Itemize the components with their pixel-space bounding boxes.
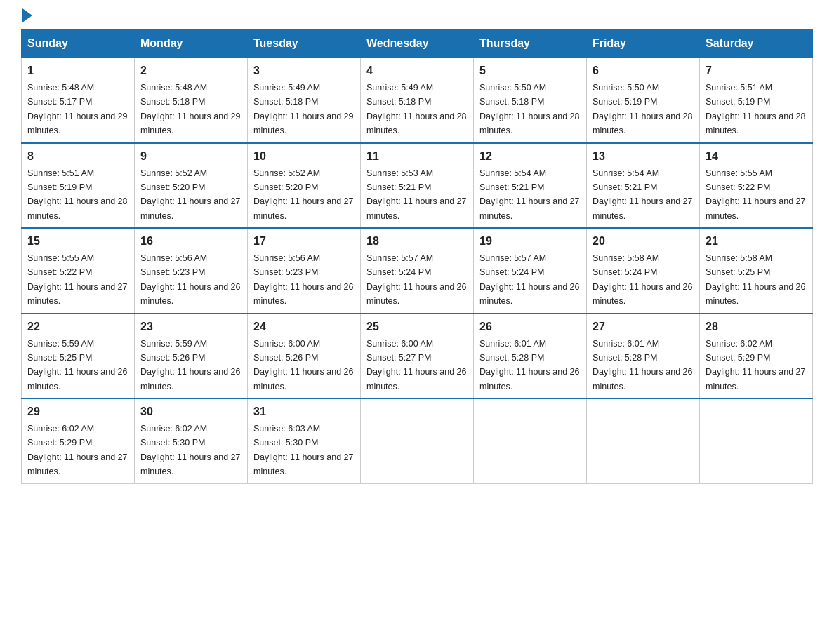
day-info: Sunrise: 6:01 AMSunset: 5:28 PMDaylight:… [479,339,579,391]
day-number: 17 [253,233,355,250]
day-number: 23 [140,318,241,335]
day-number: 18 [366,233,468,250]
header-monday: Monday [135,30,248,58]
day-number: 21 [706,233,807,250]
header-tuesday: Tuesday [248,30,361,58]
calendar-cell: 17 Sunrise: 5:56 AMSunset: 5:23 PMDaylig… [248,228,361,314]
day-info: Sunrise: 5:58 AMSunset: 5:25 PMDaylight:… [706,253,805,306]
logo [21,14,32,20]
day-number: 29 [27,403,128,420]
day-number: 6 [593,62,694,79]
calendar-cell [700,398,813,483]
day-info: Sunrise: 6:03 AMSunset: 5:30 PMDaylight:… [253,424,353,476]
day-number: 5 [479,62,581,79]
page-header [21,14,813,20]
week-row-1: 1 Sunrise: 5:48 AMSunset: 5:17 PMDayligh… [22,58,813,143]
calendar-cell: 6 Sunrise: 5:50 AMSunset: 5:19 PMDayligh… [587,58,700,143]
calendar-cell: 3 Sunrise: 5:49 AMSunset: 5:18 PMDayligh… [248,58,361,143]
calendar-table: SundayMondayTuesdayWednesdayThursdayFrid… [21,29,813,484]
day-number: 7 [706,62,807,79]
calendar-cell: 7 Sunrise: 5:51 AMSunset: 5:19 PMDayligh… [700,58,813,143]
day-number: 4 [366,62,468,79]
day-info: Sunrise: 5:50 AMSunset: 5:18 PMDaylight:… [479,83,579,135]
day-number: 20 [593,233,694,250]
calendar-cell: 8 Sunrise: 5:51 AMSunset: 5:19 PMDayligh… [22,143,135,229]
day-number: 1 [27,62,128,79]
header-saturday: Saturday [700,30,813,58]
day-info: Sunrise: 5:58 AMSunset: 5:24 PMDaylight:… [593,253,692,306]
day-info: Sunrise: 6:02 AMSunset: 5:29 PMDaylight:… [706,339,805,391]
day-info: Sunrise: 5:56 AMSunset: 5:23 PMDaylight:… [253,253,353,306]
day-number: 30 [140,403,241,420]
day-number: 12 [479,148,581,165]
week-row-3: 15 Sunrise: 5:55 AMSunset: 5:22 PMDaylig… [22,228,813,314]
calendar-cell: 29 Sunrise: 6:02 AMSunset: 5:29 PMDaylig… [22,398,135,483]
day-info: Sunrise: 5:48 AMSunset: 5:18 PMDaylight:… [140,83,240,135]
day-info: Sunrise: 6:00 AMSunset: 5:26 PMDaylight:… [253,339,353,391]
calendar-cell: 20 Sunrise: 5:58 AMSunset: 5:24 PMDaylig… [587,228,700,314]
day-number: 3 [253,62,355,79]
day-info: Sunrise: 5:52 AMSunset: 5:20 PMDaylight:… [140,168,240,221]
day-info: Sunrise: 6:02 AMSunset: 5:29 PMDaylight:… [27,424,127,476]
day-info: Sunrise: 5:55 AMSunset: 5:22 PMDaylight:… [706,168,805,221]
day-info: Sunrise: 5:49 AMSunset: 5:18 PMDaylight:… [366,83,466,135]
day-number: 16 [140,233,241,250]
calendar-cell: 12 Sunrise: 5:54 AMSunset: 5:21 PMDaylig… [474,143,587,229]
calendar-cell: 27 Sunrise: 6:01 AMSunset: 5:28 PMDaylig… [587,314,700,399]
day-number: 8 [27,148,128,165]
calendar-cell [361,398,474,483]
calendar-cell: 11 Sunrise: 5:53 AMSunset: 5:21 PMDaylig… [361,143,474,229]
day-number: 24 [253,318,355,335]
calendar-cell: 15 Sunrise: 5:55 AMSunset: 5:22 PMDaylig… [22,228,135,314]
day-info: Sunrise: 5:54 AMSunset: 5:21 PMDaylight:… [479,168,579,221]
calendar-cell: 19 Sunrise: 5:57 AMSunset: 5:24 PMDaylig… [474,228,587,314]
week-row-5: 29 Sunrise: 6:02 AMSunset: 5:29 PMDaylig… [22,398,813,483]
header-row: SundayMondayTuesdayWednesdayThursdayFrid… [22,30,813,58]
day-info: Sunrise: 5:52 AMSunset: 5:20 PMDaylight:… [253,168,353,221]
calendar-cell: 2 Sunrise: 5:48 AMSunset: 5:18 PMDayligh… [135,58,248,143]
day-info: Sunrise: 6:01 AMSunset: 5:28 PMDaylight:… [593,339,692,391]
calendar-cell: 9 Sunrise: 5:52 AMSunset: 5:20 PMDayligh… [135,143,248,229]
calendar-cell: 5 Sunrise: 5:50 AMSunset: 5:18 PMDayligh… [474,58,587,143]
day-info: Sunrise: 5:50 AMSunset: 5:19 PMDaylight:… [593,83,692,135]
week-row-2: 8 Sunrise: 5:51 AMSunset: 5:19 PMDayligh… [22,143,813,229]
calendar-cell: 13 Sunrise: 5:54 AMSunset: 5:21 PMDaylig… [587,143,700,229]
day-number: 9 [140,148,241,165]
day-number: 25 [366,318,468,335]
calendar-cell: 18 Sunrise: 5:57 AMSunset: 5:24 PMDaylig… [361,228,474,314]
day-number: 26 [479,318,581,335]
calendar-cell: 10 Sunrise: 5:52 AMSunset: 5:20 PMDaylig… [248,143,361,229]
day-number: 11 [366,148,468,165]
calendar-cell [587,398,700,483]
day-number: 22 [27,318,128,335]
day-info: Sunrise: 5:57 AMSunset: 5:24 PMDaylight:… [479,253,579,306]
day-info: Sunrise: 5:49 AMSunset: 5:18 PMDaylight:… [253,83,353,135]
day-info: Sunrise: 5:51 AMSunset: 5:19 PMDaylight:… [27,168,127,221]
day-info: Sunrise: 5:56 AMSunset: 5:23 PMDaylight:… [140,253,240,306]
calendar-cell: 31 Sunrise: 6:03 AMSunset: 5:30 PMDaylig… [248,398,361,483]
day-info: Sunrise: 5:54 AMSunset: 5:21 PMDaylight:… [593,168,692,221]
day-number: 19 [479,233,581,250]
calendar-cell: 30 Sunrise: 6:02 AMSunset: 5:30 PMDaylig… [135,398,248,483]
day-number: 15 [27,233,128,250]
calendar-cell: 4 Sunrise: 5:49 AMSunset: 5:18 PMDayligh… [361,58,474,143]
week-row-4: 22 Sunrise: 5:59 AMSunset: 5:25 PMDaylig… [22,314,813,399]
header-thursday: Thursday [474,30,587,58]
header-wednesday: Wednesday [361,30,474,58]
day-info: Sunrise: 5:53 AMSunset: 5:21 PMDaylight:… [366,168,466,221]
logo-arrow-icon [22,8,32,22]
calendar-cell [474,398,587,483]
calendar-cell: 25 Sunrise: 6:00 AMSunset: 5:27 PMDaylig… [361,314,474,399]
day-info: Sunrise: 5:59 AMSunset: 5:25 PMDaylight:… [27,339,127,391]
header-sunday: Sunday [22,30,135,58]
day-number: 28 [706,318,807,335]
day-info: Sunrise: 5:55 AMSunset: 5:22 PMDaylight:… [27,253,127,306]
day-info: Sunrise: 6:02 AMSunset: 5:30 PMDaylight:… [140,424,240,476]
day-info: Sunrise: 6:00 AMSunset: 5:27 PMDaylight:… [366,339,466,391]
day-number: 27 [593,318,694,335]
day-info: Sunrise: 5:59 AMSunset: 5:26 PMDaylight:… [140,339,240,391]
day-info: Sunrise: 5:51 AMSunset: 5:19 PMDaylight:… [706,83,805,135]
calendar-cell: 26 Sunrise: 6:01 AMSunset: 5:28 PMDaylig… [474,314,587,399]
day-number: 31 [253,403,355,420]
day-number: 14 [706,148,807,165]
